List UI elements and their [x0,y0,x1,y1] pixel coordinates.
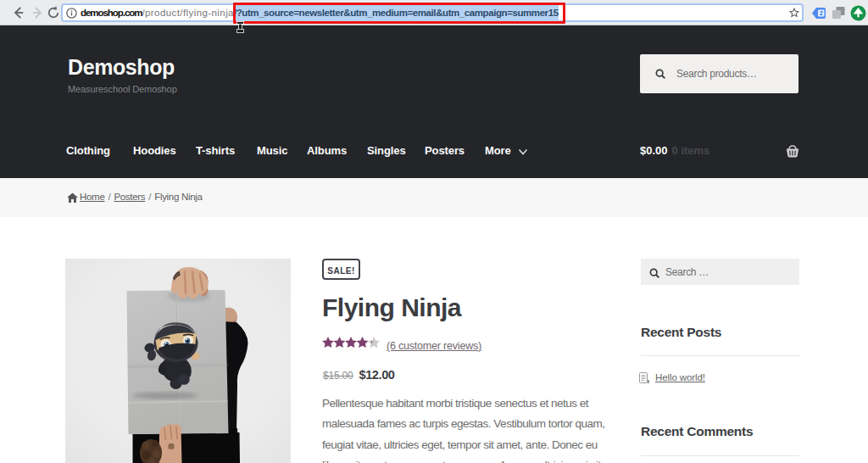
svg-text:2: 2 [820,10,823,16]
